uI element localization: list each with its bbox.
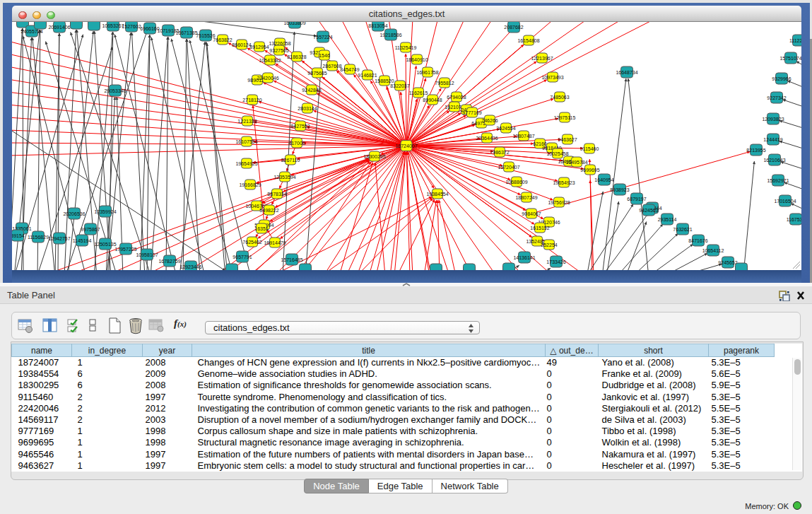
svg-text:39154: 39154 <box>12 233 25 238</box>
svg-text:18807249: 18807249 <box>515 195 537 200</box>
svg-text:16671385: 16671385 <box>175 30 197 35</box>
svg-text:252254: 252254 <box>541 243 557 247</box>
svg-text:19218586: 19218586 <box>379 33 401 37</box>
svg-text:19384554: 19384554 <box>426 192 448 197</box>
svg-text:8471676: 8471676 <box>688 238 707 243</box>
svg-text:12942757: 12942757 <box>48 236 70 241</box>
svg-text:23420046: 23420046 <box>257 76 278 81</box>
svg-text:7485063: 7485063 <box>550 95 569 100</box>
svg-text:12093823: 12093823 <box>762 117 784 122</box>
svg-text:7955812: 7955812 <box>435 81 454 86</box>
svg-text:9777169: 9777169 <box>462 110 481 115</box>
svg-text:10543382: 10543382 <box>259 58 281 63</box>
svg-text:8454749: 8454749 <box>340 67 359 72</box>
svg-text:8322037: 8322037 <box>390 83 409 88</box>
svg-text:10958107: 10958107 <box>136 252 158 257</box>
svg-text:16961758: 16961758 <box>416 70 438 75</box>
svg-text:12353594: 12353594 <box>273 175 295 180</box>
svg-text:9146821: 9146821 <box>358 73 377 78</box>
svg-text:9875685: 9875685 <box>307 71 326 76</box>
svg-text:16495784: 16495784 <box>565 160 587 165</box>
svg-text:9699695: 9699695 <box>580 168 599 173</box>
svg-text:20206536: 20206536 <box>63 211 85 216</box>
svg-text:10807487: 10807487 <box>512 134 534 139</box>
svg-text:18300295: 18300295 <box>363 154 385 159</box>
svg-text:1244419: 1244419 <box>763 137 782 142</box>
svg-text:16782759: 16782759 <box>158 259 180 264</box>
svg-text:8813054: 8813054 <box>368 23 387 28</box>
svg-text:9242848: 9242848 <box>302 88 321 93</box>
svg-text:15716485: 15716485 <box>281 257 302 262</box>
svg-text:417006: 417006 <box>288 141 305 146</box>
svg-text:1112263: 1112263 <box>789 38 801 43</box>
svg-text:2803144: 2803144 <box>298 106 317 111</box>
svg-text:16351: 16351 <box>254 226 269 231</box>
svg-text:11325419: 11325419 <box>395 45 417 50</box>
svg-text:17016504: 17016504 <box>774 199 796 204</box>
svg-text:8186328: 8186328 <box>287 54 306 59</box>
svg-text:1546: 1546 <box>319 53 330 58</box>
svg-text:18724007: 18724007 <box>395 144 417 148</box>
svg-text:9975867: 9975867 <box>81 227 100 232</box>
svg-text:17359924: 17359924 <box>94 209 116 214</box>
svg-text:1162615: 1162615 <box>409 90 428 95</box>
svg-text:1145194: 1145194 <box>73 238 92 243</box>
svg-text:1527602: 1527602 <box>122 24 141 29</box>
svg-text:1221338: 1221338 <box>237 119 257 124</box>
svg-text:19654923: 19654923 <box>553 180 575 185</box>
svg-text:1167533: 1167533 <box>787 217 801 222</box>
svg-text:15720407: 15720407 <box>498 165 519 170</box>
svg-text:3624554: 3624554 <box>496 126 515 131</box>
svg-text:6794028: 6794028 <box>447 95 466 100</box>
svg-text:20364436: 20364436 <box>476 136 498 141</box>
svg-text:8660124: 8660124 <box>232 42 251 47</box>
svg-text:9227342: 9227342 <box>767 95 786 100</box>
svg-text:1733426: 1733426 <box>546 259 565 264</box>
svg-text:19654925: 19654925 <box>235 161 257 166</box>
svg-text:12505135: 12505135 <box>94 242 116 247</box>
svg-text:2718120: 2718120 <box>242 98 261 103</box>
svg-text:15692971: 15692971 <box>767 178 789 183</box>
svg-text:16914479: 16914479 <box>264 240 286 245</box>
svg-text:16210643: 16210643 <box>763 158 785 163</box>
svg-text:7632621: 7632621 <box>673 227 692 232</box>
svg-text:12213967: 12213967 <box>531 56 553 61</box>
svg-text:1615152: 1615152 <box>530 226 549 230</box>
svg-text:16648734: 16648734 <box>616 70 637 75</box>
svg-text:14136141: 14136141 <box>513 255 535 260</box>
svg-text:11156829: 11156829 <box>28 235 49 240</box>
svg-text:9084067: 9084067 <box>522 211 541 216</box>
svg-text:17957225: 17957225 <box>114 247 136 252</box>
svg-text:7625402: 7625402 <box>242 240 261 245</box>
svg-text:1588520: 1588520 <box>375 78 394 83</box>
svg-text:9245652: 9245652 <box>718 260 737 265</box>
svg-text:9657791: 9657791 <box>233 255 252 259</box>
svg-text:8213955: 8213955 <box>746 148 765 153</box>
svg-text:8267110: 8267110 <box>281 158 300 163</box>
svg-text:8990448: 8990448 <box>423 98 442 103</box>
svg-text:8878334: 8878334 <box>267 192 286 197</box>
svg-text:746266: 746266 <box>481 118 498 123</box>
svg-text:6879197: 6879197 <box>627 197 646 201</box>
svg-text:12923446: 12923446 <box>180 264 201 269</box>
svg-text:10654112: 10654112 <box>702 248 724 253</box>
svg-text:8427552: 8427552 <box>290 124 310 129</box>
svg-text:15751074: 15751074 <box>779 56 801 61</box>
svg-text:16107554: 16107554 <box>235 139 257 144</box>
svg-text:9327505: 9327505 <box>269 48 288 53</box>
svg-text:10688609: 10688609 <box>505 180 527 185</box>
svg-text:16033809: 16033809 <box>283 22 305 25</box>
svg-text:1640954: 1640954 <box>594 177 613 182</box>
svg-text:7557224: 7557224 <box>313 35 332 40</box>
svg-text:9115460: 9115460 <box>580 146 599 151</box>
svg-text:24055724: 24055724 <box>20 29 42 34</box>
svg-text:16154808: 16154808 <box>517 38 539 43</box>
svg-text:10653267: 10653267 <box>102 23 124 28</box>
svg-text:9463627: 9463627 <box>558 137 577 142</box>
svg-text:5498222: 5498222 <box>259 208 278 213</box>
svg-text:10025458: 10025458 <box>546 151 568 156</box>
svg-text:9329966: 9329966 <box>772 76 791 81</box>
svg-text:7986372: 7986372 <box>490 150 509 155</box>
svg-text:12975115: 12975115 <box>554 115 576 120</box>
svg-text:19756928: 19756928 <box>548 200 570 205</box>
